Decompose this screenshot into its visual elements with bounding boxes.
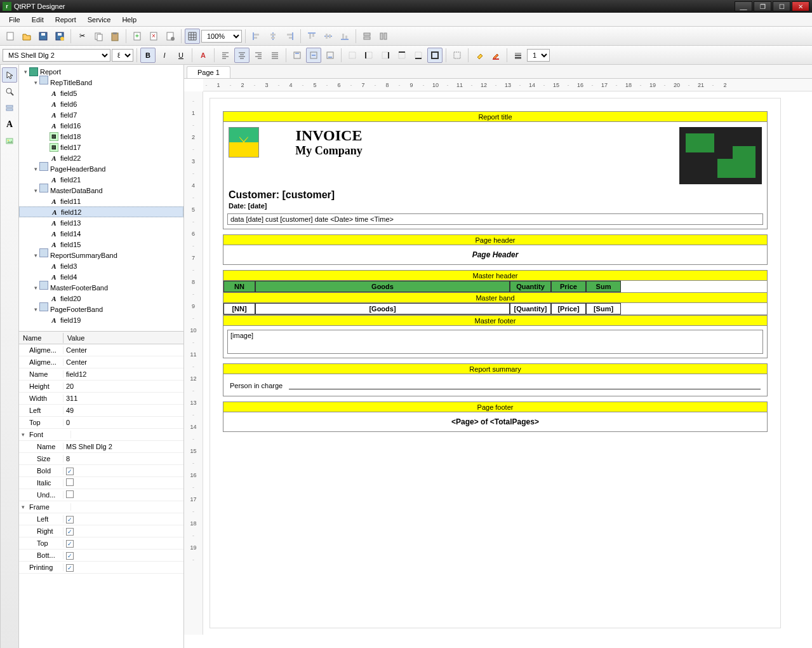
tree-item-RepTitleBand[interactable]: ▾RepTitleBand <box>19 77 183 88</box>
col-goods[interactable]: Goods <box>255 281 510 292</box>
invoice-title[interactable]: INVOICE <box>265 127 392 144</box>
prop-Bott...[interactable]: Bott...✓ <box>19 550 183 562</box>
save-button[interactable] <box>36 29 51 44</box>
band-tool[interactable] <box>2 100 17 116</box>
band-report-summary[interactable]: Report summary Person in charge <box>223 363 768 396</box>
tree-item-field11[interactable]: Afield11 <box>19 196 183 206</box>
frame-style-button[interactable] <box>449 48 465 63</box>
prop-group-Font[interactable]: ▾Font <box>19 429 183 441</box>
cut-button[interactable]: ✂ <box>74 29 90 44</box>
text-tool[interactable]: A <box>2 117 17 132</box>
frame-top-button[interactable] <box>394 48 409 63</box>
property-grid[interactable]: Name Value Aligme...CenterAligme...Cente… <box>19 332 183 648</box>
tree-item-field3[interactable]: Afield3 <box>19 260 183 271</box>
prop-Printing[interactable]: Printing✓ <box>19 562 183 574</box>
tree-item-field17[interactable]: ▨field17 <box>19 142 183 152</box>
linewidth-combo[interactable]: 1 <box>527 49 550 62</box>
new-button[interactable] <box>3 29 18 44</box>
close-button[interactable]: ✕ <box>792 1 809 11</box>
col-sum[interactable]: Sum <box>586 281 621 292</box>
align-center-button[interactable] <box>265 29 281 44</box>
cell-qty[interactable]: [Quantity] <box>510 303 551 314</box>
tree-item-MasterDataBand[interactable]: ▾MasterDataBand <box>19 185 183 196</box>
report-tree[interactable]: ▾Report▾RepTitleBandAfield5Afield6Afield… <box>19 65 183 332</box>
minimize-button[interactable]: __ <box>735 1 752 11</box>
tree-item-PageFooterBand[interactable]: ▾PageFooterBand <box>19 304 183 314</box>
report-page[interactable]: Report title ⚔ INVOICE My Company <box>210 98 781 628</box>
frame-all-button[interactable] <box>427 48 443 63</box>
same-height-button[interactable] <box>376 29 391 44</box>
tree-item-field12[interactable]: Afield12 <box>19 206 183 217</box>
valign-bottom-button[interactable] <box>323 48 338 63</box>
align-left-edge-button[interactable] <box>249 29 264 44</box>
tree-item-field16[interactable]: Afield16 <box>19 120 183 131</box>
company-name[interactable]: My Company <box>265 144 392 158</box>
prop-Left[interactable]: Left49 <box>19 405 183 417</box>
tree-item-ReportSummaryBand[interactable]: ▾ReportSummaryBand <box>19 250 183 260</box>
linestyle-button[interactable] <box>510 48 526 63</box>
tree-item-field5[interactable]: Afield5 <box>19 88 183 98</box>
date-field[interactable]: Date: [date] <box>229 202 764 210</box>
fontsize-combo[interactable]: 8 <box>112 49 133 62</box>
align-middle-button[interactable] <box>321 29 336 44</box>
bordercolor-button[interactable] <box>488 48 503 63</box>
col-price[interactable]: Price <box>551 281 586 292</box>
person-label[interactable]: Person in charge <box>230 382 283 389</box>
logo-image[interactable] <box>679 127 762 184</box>
align-right-edge-button[interactable] <box>282 29 297 44</box>
cell-nn[interactable]: [NN] <box>223 303 255 314</box>
band-master-header[interactable]: Master header NN Goods Quantity Price Su… <box>223 270 768 292</box>
newpage-button[interactable]: + <box>130 29 145 44</box>
tree-item-MasterFooterBand[interactable]: ▾MasterFooterBand <box>19 282 183 293</box>
font-combo[interactable]: MS Shell Dlg 2 <box>3 49 110 62</box>
image-field[interactable]: [image] <box>227 330 763 354</box>
canvas-scroll[interactable]: -1-2-3-4-5-6-7-8-9-10-11-12-13-14-15-16-… <box>184 91 812 648</box>
prop-Top[interactable]: Top0 <box>19 417 183 429</box>
prop-Size[interactable]: Size8 <box>19 453 183 465</box>
valign-top-button[interactable] <box>290 48 305 63</box>
prop-Name[interactable]: Namefield12 <box>19 368 183 381</box>
zoom-combo[interactable]: 100% <box>201 30 242 43</box>
page-header-text[interactable]: Page Header <box>226 248 764 262</box>
band-page-footer[interactable]: Page footer <Page> of <TotalPages> <box>223 402 768 432</box>
tab-page1[interactable]: Page 1 <box>187 66 230 78</box>
frame-bottom-button[interactable] <box>411 48 426 63</box>
prop-Right[interactable]: Right✓ <box>19 525 183 537</box>
same-width-button[interactable] <box>359 29 375 44</box>
text-justify-button[interactable] <box>267 48 283 63</box>
paste-button[interactable] <box>107 29 123 44</box>
tree-item-field7[interactable]: Afield7 <box>19 109 183 120</box>
fontcolor-button[interactable]: A <box>196 48 211 63</box>
select-tool[interactable] <box>2 67 17 83</box>
prop-Width[interactable]: Width311 <box>19 393 183 405</box>
cell-goods[interactable]: [Goods] <box>255 303 510 314</box>
frame-right-button[interactable] <box>378 48 393 63</box>
band-master-data[interactable]: Master band [NN] [Goods] [Quantity] [Pri… <box>223 292 768 315</box>
text-left-button[interactable] <box>218 48 233 63</box>
tree-item-field6[interactable]: Afield6 <box>19 98 183 109</box>
tree-item-PageHeaderBand[interactable]: ▾PageHeaderBand <box>19 163 183 174</box>
frame-left-button[interactable] <box>361 48 376 63</box>
flag-image[interactable]: ⚔ <box>229 127 259 158</box>
customer-field[interactable]: Customer: [customer] <box>229 189 764 201</box>
menu-report[interactable]: Report <box>50 15 81 25</box>
tree-item-field14[interactable]: Afield14 <box>19 228 183 239</box>
menu-help[interactable]: Help <box>117 15 142 25</box>
expr-field[interactable]: data [date] cust [customer] date <Date> … <box>227 213 763 225</box>
open-button[interactable] <box>19 29 34 44</box>
align-top-button[interactable] <box>304 29 319 44</box>
restore-button[interactable]: ❐ <box>754 1 771 11</box>
prop-Italic[interactable]: Italic <box>19 477 183 489</box>
prop-Aligme...[interactable]: Aligme...Center <box>19 344 183 356</box>
text-right-button[interactable] <box>251 48 266 63</box>
prop-group-Frame[interactable]: ▾Frame <box>19 501 183 513</box>
image-tool[interactable] <box>2 133 17 149</box>
valign-middle-button[interactable] <box>306 48 321 63</box>
band-report-title[interactable]: Report title ⚔ INVOICE My Company <box>223 111 768 229</box>
band-master-footer[interactable]: Master footer [image] <box>223 315 768 358</box>
maximize-button[interactable]: ☐ <box>773 1 790 11</box>
zoom-tool[interactable] <box>2 84 17 99</box>
pageprops-button[interactable] <box>163 29 178 44</box>
underline-button[interactable]: U <box>173 48 189 63</box>
delpage-button[interactable]: × <box>146 29 161 44</box>
